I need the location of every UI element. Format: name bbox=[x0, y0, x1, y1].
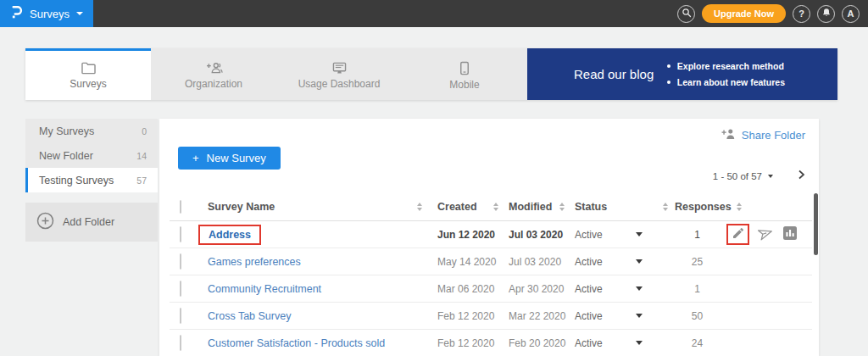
group-add-icon bbox=[205, 61, 223, 75]
status-dropdown-caret[interactable] bbox=[636, 259, 643, 264]
upgrade-now-button[interactable]: Upgrade Now bbox=[702, 4, 786, 23]
search-button[interactable] bbox=[677, 5, 695, 23]
banner-title: Read our blog bbox=[574, 67, 654, 81]
next-page-button[interactable] bbox=[795, 169, 807, 184]
status-dropdown-caret[interactable] bbox=[636, 232, 643, 236]
created-date: May 14 2020 bbox=[431, 256, 502, 268]
responses-count: 25 bbox=[670, 256, 725, 268]
plus-glyph: + bbox=[192, 152, 199, 164]
column-header-created[interactable]: Created bbox=[431, 201, 502, 213]
status-value: Active bbox=[575, 337, 603, 349]
app-switcher-menu[interactable]: Surveys bbox=[0, 0, 93, 27]
sidebar-item-testing-surveys[interactable]: Testing Surveys 57 bbox=[25, 168, 158, 192]
plus-circle-icon bbox=[36, 212, 54, 232]
sidebar-item-new-folder[interactable]: New Folder 14 bbox=[25, 143, 158, 168]
folder-icon bbox=[81, 61, 97, 75]
app-menu-label: Surveys bbox=[30, 8, 70, 20]
column-header-survey-name[interactable]: Survey Name bbox=[202, 201, 431, 213]
column-header-modified[interactable]: Modified bbox=[502, 201, 570, 213]
table-row: Address Jun 12 2020 Jul 03 2020 Active 1 bbox=[170, 221, 812, 248]
created-date: Mar 06 2020 bbox=[431, 283, 502, 295]
sort-icon bbox=[417, 203, 422, 211]
folder-label: Testing Surveys bbox=[39, 175, 114, 186]
column-header-responses[interactable]: Responses bbox=[670, 201, 725, 213]
column-label: Modified bbox=[509, 201, 552, 213]
row-checkbox[interactable] bbox=[180, 281, 181, 297]
reports-button[interactable] bbox=[783, 228, 797, 242]
add-folder-button[interactable]: Add Folder bbox=[25, 203, 158, 242]
bar-chart-icon bbox=[783, 226, 797, 243]
folder-label: New Folder bbox=[39, 150, 93, 162]
paper-plane-icon bbox=[756, 224, 776, 245]
created-date: Feb 12 2020 bbox=[431, 310, 502, 322]
created-date: Feb 12 2020 bbox=[431, 337, 502, 349]
chevron-down-icon bbox=[76, 12, 83, 15]
add-folder-label: Add Folder bbox=[63, 216, 114, 228]
table-row: Customer Satisfaction - Products sold Fe… bbox=[170, 330, 812, 356]
status-value: Active bbox=[575, 229, 603, 241]
row-checkbox[interactable] bbox=[180, 253, 181, 270]
send-survey-button[interactable] bbox=[759, 226, 774, 243]
folder-count: 57 bbox=[136, 175, 147, 186]
banner-bullet-text: Explore research method bbox=[677, 61, 784, 71]
column-header-status[interactable]: Status bbox=[570, 201, 670, 213]
folder-count: 0 bbox=[142, 126, 147, 136]
tab-usage-dashboard[interactable]: Usage Dashboard bbox=[276, 48, 402, 100]
question-mark-icon: ? bbox=[798, 8, 804, 19]
blog-banner[interactable]: Read our blog Explore research method Le… bbox=[527, 48, 837, 100]
bullet-dot-icon bbox=[667, 81, 670, 84]
pagination-label: 1 - 50 of 57 bbox=[713, 171, 762, 181]
help-button[interactable]: ? bbox=[793, 5, 810, 23]
table-row: Games preferences May 14 2020 Jul 03 202… bbox=[170, 248, 812, 275]
survey-name-link[interactable]: Games preferences bbox=[208, 256, 301, 268]
folder-count: 14 bbox=[136, 151, 147, 161]
vertical-scrollbar[interactable] bbox=[814, 193, 818, 255]
select-all-checkbox[interactable] bbox=[180, 200, 181, 214]
tab-organization[interactable]: Organization bbox=[151, 48, 276, 100]
edit-survey-button[interactable] bbox=[732, 226, 745, 243]
sort-icon bbox=[493, 203, 498, 211]
row-checkbox[interactable] bbox=[180, 226, 181, 242]
survey-name-link[interactable]: Address bbox=[209, 229, 251, 241]
status-dropdown-caret[interactable] bbox=[636, 286, 643, 291]
pencil-icon bbox=[732, 226, 745, 243]
modified-date: Jul 03 2020 bbox=[502, 229, 570, 241]
tab-label: Usage Dashboard bbox=[298, 78, 381, 90]
status-value: Active bbox=[575, 310, 603, 322]
table-row: Cross Tab Survey Feb 12 2020 Mar 22 2020… bbox=[170, 303, 812, 330]
tab-label: Organization bbox=[185, 78, 242, 90]
tab-surveys[interactable]: Surveys bbox=[25, 48, 151, 100]
notifications-button[interactable] bbox=[817, 5, 835, 23]
surveys-table: Survey Name Created Modified Status Resp… bbox=[170, 193, 812, 356]
status-dropdown-caret[interactable] bbox=[636, 314, 643, 318]
header-strip: Surveys Organization Usage Dashboard Mob… bbox=[25, 48, 837, 100]
survey-name-link[interactable]: Cross Tab Survey bbox=[208, 310, 291, 322]
status-dropdown-caret[interactable] bbox=[636, 341, 643, 345]
person-add-icon bbox=[721, 128, 736, 142]
column-label: Survey Name bbox=[208, 201, 275, 213]
sidebar-item-my-surveys[interactable]: My Surveys 0 bbox=[25, 119, 158, 143]
tab-label: Surveys bbox=[70, 78, 106, 90]
responses-count: 24 bbox=[670, 337, 725, 349]
topbar: Surveys Upgrade Now ? A bbox=[0, 0, 868, 27]
modified-date: Mar 22 2020 bbox=[502, 310, 570, 322]
folder-label: My Surveys bbox=[39, 125, 94, 137]
tab-bar: Surveys Organization Usage Dashboard Mob… bbox=[25, 48, 527, 100]
survey-name-link[interactable]: Community Recruitment bbox=[208, 283, 321, 295]
new-survey-button[interactable]: + New Survey bbox=[178, 147, 281, 170]
survey-name-link[interactable]: Customer Satisfaction - Products sold bbox=[208, 337, 385, 349]
modified-date: Jul 03 2020 bbox=[502, 256, 570, 268]
responses-count: 1 bbox=[670, 283, 725, 295]
pagination-dropdown[interactable]: 1 - 50 of 57 bbox=[713, 171, 773, 181]
responses-count: 1 bbox=[670, 229, 725, 241]
share-folder-button[interactable]: Share Folder bbox=[721, 128, 805, 142]
row-checkbox[interactable] bbox=[180, 308, 181, 324]
row-checkbox[interactable] bbox=[180, 335, 181, 351]
sort-icon bbox=[663, 203, 668, 211]
avatar: A bbox=[848, 8, 854, 19]
tab-mobile[interactable]: Mobile bbox=[402, 48, 527, 100]
modified-date: Feb 20 2020 bbox=[502, 337, 570, 349]
column-label: Responses bbox=[675, 201, 732, 213]
avatar-button[interactable]: A bbox=[842, 5, 860, 23]
responses-count: 50 bbox=[670, 310, 725, 322]
